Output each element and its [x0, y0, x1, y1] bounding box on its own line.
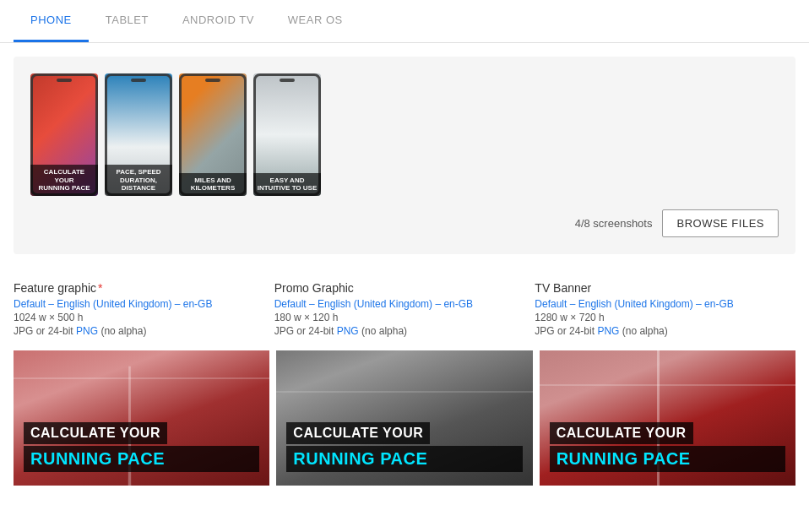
tab-wear-os[interactable]: WEAR OS — [271, 0, 360, 42]
promo-graphic-dim: 180 w × 120 h — [274, 312, 535, 323]
preview-text-overlay: CALCULATE YOUR RUNNING PACE — [24, 422, 259, 472]
phone-notch — [131, 79, 146, 82]
preview-text-overlay: CALCULATE YOUR RUNNING PACE — [550, 422, 785, 472]
feature-graphic-title: Feature graphic* — [14, 281, 274, 295]
screenshot-thumb[interactable]: MILES ANDKILOMETERS — [179, 73, 247, 196]
preview-text-line1: CALCULATE YOUR — [286, 422, 430, 444]
screenshots-row: CALCULATE YOURRUNNING PACE PACE, SPEEDDU… — [30, 73, 779, 196]
preview-text-line2: RUNNING PACE — [550, 446, 785, 472]
tab-phone[interactable]: PHONE — [14, 0, 89, 42]
screenshots-count: 4/8 screenshots — [575, 217, 653, 230]
preview-item-feature: CALCULATE YOUR RUNNING PACE — [14, 350, 269, 486]
info-row: Feature graphic* Default – English (Unit… — [0, 268, 809, 344]
screenshot-caption: EASY ANDINTUITIVE TO USE — [253, 173, 321, 196]
screenshot-thumb[interactable]: PACE, SPEEDDURATION, DISTANCE — [105, 73, 172, 196]
preview-text-line1: CALCULATE YOUR — [24, 422, 167, 444]
phone-notch — [280, 79, 295, 82]
feature-graphic-sub: Default – English (United Kingdom) – en-… — [14, 298, 274, 310]
track-divider — [540, 384, 795, 386]
preview-item-tv: CALCULATE YOUR RUNNING PACE — [540, 350, 795, 486]
preview-row: CALCULATE YOUR RUNNING PACE CALCULATE YO… — [0, 344, 809, 499]
phone-notch — [57, 79, 72, 82]
feature-graphic-info: Feature graphic* Default – English (Unit… — [14, 281, 274, 337]
screenshots-footer: 4/8 screenshots BROWSE FILES — [30, 209, 779, 237]
promo-graphic-format: JPG or 24-bit PNG (no alpha) — [274, 325, 535, 337]
promo-graphic-title: Promo Graphic — [274, 281, 535, 295]
screenshot-caption: MILES ANDKILOMETERS — [179, 173, 247, 196]
tab-tablet[interactable]: TABLET — [89, 0, 166, 42]
preview-text-overlay: CALCULATE YOUR RUNNING PACE — [286, 422, 522, 472]
preview-text-line1: CALCULATE YOUR — [550, 422, 693, 444]
screenshots-section: CALCULATE YOURRUNNING PACE PACE, SPEEDDU… — [14, 57, 795, 254]
tv-banner-dim: 1280 w × 720 h — [535, 312, 795, 323]
tab-android-tv[interactable]: ANDROID TV — [166, 0, 271, 42]
feature-graphic-format: JPG or 24-bit PNG (no alpha) — [14, 325, 274, 337]
browse-files-button[interactable]: BROWSE FILES — [662, 209, 779, 237]
promo-graphic-info: Promo Graphic Default – English (United … — [274, 281, 535, 337]
phone-notch — [205, 79, 220, 82]
tv-banner-sub: Default – English (United Kingdom) – en-… — [535, 298, 795, 310]
screenshot-caption: PACE, SPEEDDURATION, DISTANCE — [105, 165, 172, 196]
promo-graphic-sub: Default – English (United Kingdom) – en-… — [274, 298, 535, 310]
tv-banner-info: TV Banner Default – English (United King… — [535, 281, 795, 337]
track-divider — [14, 377, 269, 379]
tv-banner-format: JPG or 24-bit PNG (no alpha) — [535, 325, 795, 337]
tab-bar: PHONE TABLET ANDROID TV WEAR OS — [0, 0, 809, 43]
screenshot-caption: CALCULATE YOURRUNNING PACE — [30, 165, 98, 196]
feature-graphic-dim: 1024 w × 500 h — [14, 312, 274, 323]
preview-text-line2: RUNNING PACE — [24, 446, 259, 472]
preview-item-promo: CALCULATE YOUR RUNNING PACE — [276, 350, 532, 486]
screenshot-thumb[interactable]: CALCULATE YOURRUNNING PACE — [30, 73, 98, 196]
tv-banner-title: TV Banner — [535, 281, 795, 295]
track-divider — [276, 391, 532, 393]
preview-text-line2: RUNNING PACE — [286, 446, 522, 472]
screenshot-thumb[interactable]: EASY ANDINTUITIVE TO USE — [253, 73, 321, 196]
required-star: * — [98, 281, 102, 295]
